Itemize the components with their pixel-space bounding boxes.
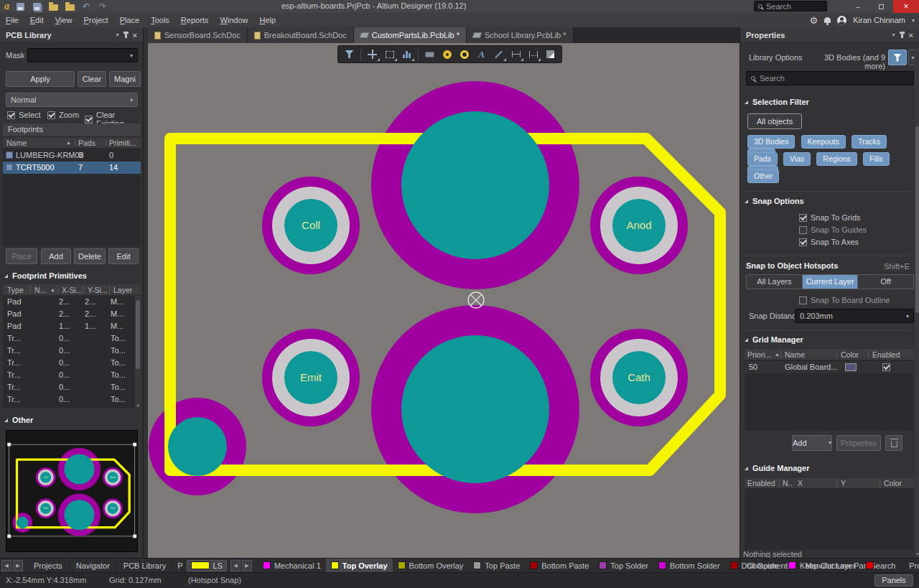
- move-tool-button[interactable]: [364, 47, 381, 62]
- tab-cut-off[interactable]: P: [173, 559, 185, 573]
- guide-col-color[interactable]: Color: [884, 479, 902, 487]
- primitives-scrollbar-thumb[interactable]: [136, 300, 140, 369]
- place-string-button[interactable]: A: [473, 47, 490, 62]
- guide-manager-table-header[interactable]: Enabled N.. X Y Color: [745, 478, 914, 489]
- open-project-button[interactable]: [64, 1, 75, 12]
- layer-tab-bottom-solder[interactable]: Bottom Solder: [653, 559, 725, 573]
- edit-button[interactable]: Edit: [108, 248, 139, 264]
- guide-col-name[interactable]: N..: [783, 479, 792, 487]
- segment-all-layers[interactable]: All Layers: [747, 275, 803, 289]
- dimension-tool-button[interactable]: [508, 47, 524, 62]
- menu-edit[interactable]: Edit: [24, 16, 50, 24]
- chip-vias[interactable]: Vias: [783, 152, 811, 166]
- selection-filter-section-header[interactable]: Selection Filter: [745, 98, 809, 106]
- board-layers-tool-button[interactable]: [398, 47, 415, 62]
- chip-pads[interactable]: Pads: [747, 152, 778, 166]
- snap-to-grids-row[interactable]: Snap To Grids: [799, 213, 861, 222]
- layer-tab-bottom-paste[interactable]: Bottom Paste: [525, 559, 594, 573]
- place-via-button[interactable]: [456, 47, 472, 62]
- tab-breakoutboard[interactable]: BreakoutBoard.SchDoc: [248, 27, 354, 43]
- select-checkbox[interactable]: [7, 111, 15, 119]
- redo-button[interactable]: ↷: [97, 1, 108, 12]
- primitives-col-type[interactable]: Type: [7, 286, 24, 294]
- user-name[interactable]: Kiran Chinnam: [853, 16, 905, 24]
- scroll-tabs-left-button[interactable]: ◀: [1, 560, 11, 571]
- chip-keepouts[interactable]: Keepouts: [801, 135, 846, 149]
- primitive-row[interactable]: Tr...0...To...: [3, 345, 135, 357]
- user-menu-caret-icon[interactable]: ▾: [912, 17, 915, 24]
- grid-col-name[interactable]: Name: [785, 350, 805, 359]
- menu-project[interactable]: Project: [78, 16, 113, 24]
- chip-regions[interactable]: Regions: [816, 152, 857, 166]
- grid-row-global-board[interactable]: 50 Global Board...: [745, 361, 914, 373]
- footprint-primitives-section-header[interactable]: Footprint Primitives: [4, 271, 87, 280]
- pin-icon[interactable]: [901, 32, 903, 38]
- tab-projects[interactable]: Projects: [27, 559, 70, 573]
- menu-place[interactable]: Place: [114, 16, 146, 24]
- place-fill-button[interactable]: [542, 47, 559, 62]
- footprints-col-primitives[interactable]: Primiti...: [109, 139, 136, 147]
- selection-handle[interactable]: [133, 534, 136, 538]
- grid-delete-button[interactable]: [885, 435, 902, 451]
- layer-tab-keep-out-layer[interactable]: Keep-Out Layer: [783, 559, 861, 573]
- snap-distance-dropdown[interactable]: 0.203mm ▾: [795, 309, 914, 323]
- panels-button[interactable]: Panels: [874, 574, 913, 587]
- notifications-bell-icon[interactable]: [824, 17, 831, 23]
- selection-handle[interactable]: [133, 443, 136, 447]
- scroll-layers-left-button[interactable]: ◀: [230, 560, 241, 571]
- footprint-name[interactable]: LUMBERG-KRM08: [16, 151, 84, 159]
- place-pad-button[interactable]: [439, 47, 455, 62]
- layer-tab-top-paste[interactable]: Top Paste: [468, 559, 525, 573]
- apply-button[interactable]: Apply: [6, 71, 75, 87]
- menu-help[interactable]: Help: [254, 16, 282, 24]
- snap-to-axes-row[interactable]: Snap To Axes: [799, 238, 859, 246]
- primitive-row[interactable]: Tr...0...To...: [3, 393, 135, 406]
- layer-tab-top-overlay[interactable]: Top Overlay: [326, 559, 393, 573]
- restore-button[interactable]: [870, 0, 892, 13]
- tab-sensorboard[interactable]: SensorBoard.SchDoc: [148, 27, 248, 43]
- snap-to-grids-checkbox[interactable]: [799, 214, 807, 222]
- primitives-col-name[interactable]: N...: [34, 286, 46, 294]
- pin-icon[interactable]: [125, 32, 127, 38]
- grid-enabled-checkbox[interactable]: [882, 363, 890, 371]
- primitives-scrollbar[interactable]: ▼: [135, 296, 141, 408]
- primitives-col-layer[interactable]: Layer: [113, 286, 132, 294]
- save-button[interactable]: [14, 1, 26, 12]
- pcb-canvas[interactable]: Coll Anod Emit Cath: [148, 43, 740, 558]
- mask-dropdown[interactable]: ▾: [27, 48, 138, 62]
- place-component-button[interactable]: [421, 47, 438, 62]
- layer-tab-top-solder[interactable]: Top Solder: [594, 559, 653, 573]
- segment-current-layer[interactable]: Current Layer: [803, 275, 859, 289]
- menu-reports[interactable]: Reports: [175, 16, 215, 24]
- guide-manager-section-header[interactable]: Guide Manager: [745, 464, 809, 472]
- clear-button[interactable]: Clear: [78, 71, 106, 87]
- filter-tool-button[interactable]: [341, 47, 358, 62]
- tab-navigator[interactable]: Navigator: [70, 559, 117, 573]
- chip-3d-bodies[interactable]: 3D Bodies: [747, 135, 795, 149]
- menu-file[interactable]: File: [0, 16, 24, 24]
- place-button[interactable]: Place: [6, 248, 37, 264]
- snap-to-board-outline-row[interactable]: Snap To Board Outline: [799, 296, 890, 304]
- snap-to-guides-row[interactable]: Snap To Guides: [799, 225, 867, 234]
- snap-options-section-header[interactable]: Snap Options: [745, 197, 804, 205]
- snap-to-axes-checkbox[interactable]: [799, 238, 807, 246]
- menu-window[interactable]: Window: [214, 16, 253, 24]
- snap-to-board-outline-checkbox[interactable]: [799, 297, 807, 304]
- primitive-row[interactable]: Tr...0...To...: [3, 381, 135, 393]
- undo-button[interactable]: ↶: [80, 1, 92, 12]
- tab-pcb-library[interactable]: PCB Library: [117, 559, 173, 573]
- guide-col-enabled[interactable]: Enabled: [747, 479, 775, 487]
- tab-custompartslib[interactable]: CustomPartsLib.PcbLib *: [354, 27, 467, 43]
- filter-toggle-button[interactable]: [888, 50, 907, 65]
- menu-tools[interactable]: Tools: [145, 16, 175, 24]
- grid-manager-table-header[interactable]: Priori... ▲ Name Color Enabled: [745, 349, 914, 360]
- add-button[interactable]: Add: [41, 248, 71, 264]
- properties-scrollbar[interactable]: ▼: [915, 47, 919, 558]
- layer-tab-mechanical-1[interactable]: Mechanical 1: [258, 559, 326, 573]
- close-button[interactable]: ×: [893, 0, 919, 13]
- mask-mode-dropdown[interactable]: Normal ▾: [6, 93, 138, 107]
- tab-properties[interactable]: Properties: [902, 559, 919, 573]
- measure-tool-button[interactable]: [525, 47, 541, 62]
- layer-tab-drill-guide[interactable]: Drill Guide: [725, 559, 783, 573]
- save-all-button[interactable]: [31, 1, 42, 12]
